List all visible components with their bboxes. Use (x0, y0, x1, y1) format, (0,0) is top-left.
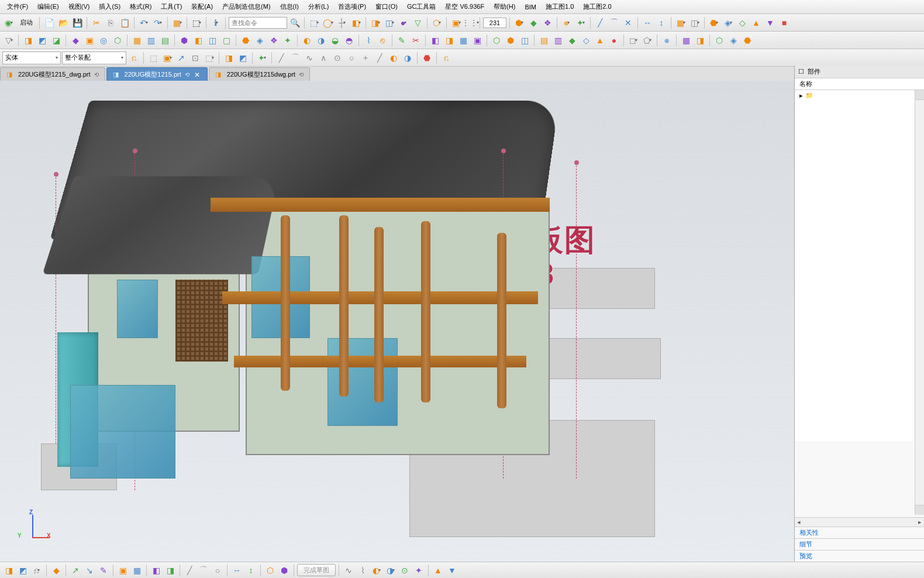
crosshair-icon[interactable]: ✕ (622, 16, 635, 29)
b-h-icon[interactable]: ▣ (116, 564, 129, 577)
tab-1[interactable]: ◨ 220UG模型1215.prt ⟲ ✕ (106, 67, 208, 81)
t3-m-icon[interactable]: ∧ (317, 51, 330, 64)
t2-dd-icon[interactable]: ▦ (457, 34, 470, 47)
t2-g-icon[interactable]: ◎ (97, 34, 110, 47)
b-i-icon[interactable]: ▦ (130, 564, 143, 577)
vertical-scrollbar[interactable] (915, 90, 924, 515)
t2-gg-icon[interactable]: ⬢ (504, 34, 517, 47)
scroll-left-icon[interactable]: ◂ (795, 518, 803, 526)
t2-w-icon[interactable]: ◓ (343, 34, 356, 47)
b-b-icon[interactable]: ◩ (16, 564, 29, 577)
arc-icon[interactable]: ⌒ (608, 16, 620, 29)
copy-icon[interactable]: ⎘ (104, 16, 117, 29)
t2-mm-icon[interactable]: ▲ (594, 34, 606, 47)
menu-file[interactable]: 文件(F) (2, 1, 33, 13)
unite-icon[interactable]: ⬡ (430, 16, 443, 29)
t2-p-icon[interactable]: ⬣ (239, 34, 252, 47)
t3-j-icon[interactable]: ╱ (275, 51, 288, 64)
t3-g-icon[interactable]: ◨ (222, 51, 235, 64)
t2-ee-icon[interactable]: ▣ (471, 34, 484, 47)
tab-2[interactable]: ◨ 220UG模型1215dwg.prt ⟲ (209, 67, 310, 81)
pattern-icon[interactable]: ⋮⋮ (464, 16, 477, 29)
t2-z-icon[interactable]: ✎ (395, 34, 408, 47)
t3-l-icon[interactable]: ∿ (303, 51, 316, 64)
t2-h-icon[interactable]: ⬡ (111, 34, 124, 47)
t2-x-icon[interactable]: ⌇ (362, 34, 375, 47)
t2-vv-icon[interactable]: ⬣ (741, 34, 754, 47)
t2-pp-icon[interactable]: ⬠ (641, 34, 654, 47)
b-m-icon[interactable]: ⌒ (197, 564, 210, 577)
t2-l-icon[interactable]: ⬢ (178, 34, 191, 47)
menu-help[interactable]: 帮助(H) (489, 1, 520, 13)
t2-t-icon[interactable]: ◐ (301, 34, 313, 47)
b-t-icon[interactable]: ⌇ (356, 564, 369, 577)
t3-u-icon[interactable]: ⎌ (440, 51, 453, 64)
b-x-icon[interactable]: ✦ (412, 564, 425, 577)
block-icon[interactable]: ◧ (350, 16, 363, 29)
t3-e-icon[interactable]: ⊡ (189, 51, 202, 64)
t2-d-icon[interactable]: ◪ (50, 34, 63, 47)
assembly-scope-select[interactable]: 整个装配 (62, 51, 126, 64)
t3-a-icon[interactable]: ⎌ (127, 51, 140, 64)
t2-kk-icon[interactable]: ◆ (566, 34, 578, 47)
t3-b-icon[interactable]: ⬚ (147, 51, 160, 64)
b-s-icon[interactable]: ∿ (342, 564, 355, 577)
tab-0[interactable]: ◨ 220UG模型1215_dwg.prt ⟲ (0, 67, 105, 81)
t2-ff-icon[interactable]: ⬡ (490, 34, 503, 47)
asm-f-icon[interactable]: ■ (778, 16, 791, 29)
new-icon[interactable]: 📄 (43, 16, 56, 29)
restore-icon[interactable]: ⟲ (299, 71, 304, 78)
asm-e-icon[interactable]: ▼ (764, 16, 777, 29)
t2-oo-icon[interactable]: ◻ (627, 34, 640, 47)
t2-i-icon[interactable]: ▦ (130, 34, 143, 47)
3d-viewport[interactable]: BIM出龙骨、面板图 QQ:15392358 Z X Y ZC (0, 81, 794, 562)
b-l-icon[interactable]: ╱ (183, 564, 196, 577)
cube-icon[interactable]: ◨ (369, 16, 382, 29)
t2-a-icon[interactable]: ▽ (2, 34, 15, 47)
cone-icon[interactable]: ▽ (411, 16, 424, 29)
view-layers-icon[interactable]: ▦ (171, 16, 184, 29)
b-e-icon[interactable]: ↗ (69, 564, 82, 577)
b-j-icon[interactable]: ◧ (150, 564, 163, 577)
t2-aa-icon[interactable]: ✂ (409, 34, 422, 47)
b-k-icon[interactable]: ◨ (164, 564, 177, 577)
t2-k-icon[interactable]: ▤ (158, 34, 171, 47)
horizontal-scrollbar[interactable]: ◂ ▸ (795, 517, 924, 527)
b-q-icon[interactable]: ⬡ (264, 564, 277, 577)
close-icon[interactable]: ✕ (193, 71, 201, 79)
menu-format[interactable]: 格式(R) (125, 1, 156, 13)
asm-b-icon[interactable]: ◈ (722, 16, 735, 29)
b-d-icon[interactable]: ◆ (50, 564, 63, 577)
number-input[interactable] (483, 18, 506, 28)
t2-u-icon[interactable]: ◑ (315, 34, 327, 47)
tree-root[interactable]: ▸ 📁 (795, 90, 924, 101)
panel-link-detail[interactable]: 细节 (795, 538, 924, 550)
save-icon[interactable]: 💾 (71, 16, 84, 29)
t3-h-icon[interactable]: ◩ (236, 51, 249, 64)
t3-k-icon[interactable]: ⌒ (289, 51, 302, 64)
comp-icon[interactable]: ◫ (688, 16, 701, 29)
menu-preferences[interactable]: 首选项(P) (333, 1, 371, 13)
t2-n-icon[interactable]: ◫ (206, 34, 219, 47)
scroll-right-icon[interactable]: ▸ (916, 518, 924, 526)
wcs-icon[interactable]: ┼ (336, 16, 349, 29)
t2-j-icon[interactable]: ▥ (144, 34, 157, 47)
tool-b-icon[interactable]: ◆ (527, 16, 540, 29)
t2-q-icon[interactable]: ◈ (253, 34, 266, 47)
t2-o-icon[interactable]: ▢ (220, 34, 233, 47)
t2-e-icon[interactable]: ◆ (69, 34, 82, 47)
menu-view[interactable]: 视图(V) (64, 1, 95, 13)
start-button[interactable]: ◉ (2, 16, 15, 29)
t3-t-icon[interactable]: ⬣ (420, 51, 433, 64)
cylinder-icon[interactable]: ◫ (383, 16, 396, 29)
menu-edit[interactable]: 编辑(E) (33, 1, 64, 13)
tool-d-icon[interactable]: ⎈ (560, 16, 573, 29)
checkbox-icon[interactable]: ☐ (798, 68, 804, 75)
menu-info[interactable]: 信息(I) (275, 1, 304, 13)
box-icon[interactable]: ▦ (674, 16, 687, 29)
t3-r-icon[interactable]: ◐ (387, 51, 400, 64)
b-y-icon[interactable]: ▲ (432, 564, 444, 577)
expand-icon[interactable]: ▸ (799, 92, 803, 99)
t2-nn-icon[interactable]: ● (608, 34, 620, 47)
t3-s-icon[interactable]: ◑ (401, 51, 414, 64)
